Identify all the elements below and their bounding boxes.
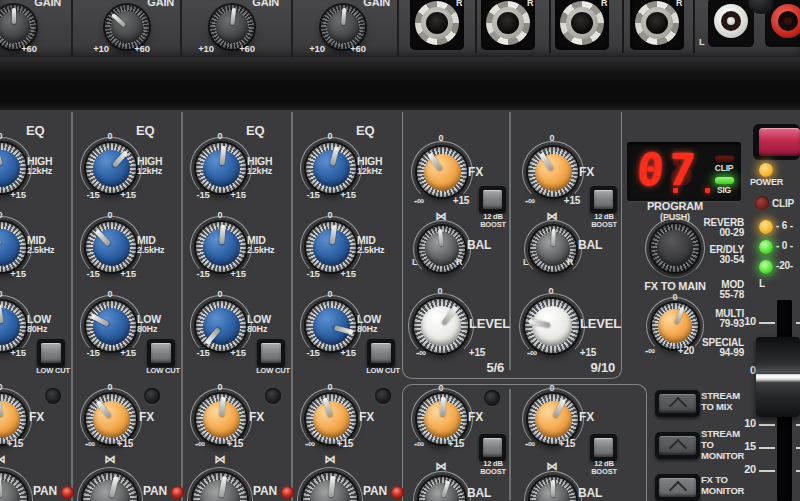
mid-eq-knob[interactable] xyxy=(306,222,356,272)
pan-knob[interactable] xyxy=(0,473,27,501)
screw xyxy=(45,388,61,404)
fx-min: -∞ xyxy=(77,439,103,450)
bowtie-icon: ⋈ xyxy=(212,454,228,466)
jack-hole xyxy=(426,12,448,34)
mid-eq-knob[interactable] xyxy=(0,222,26,272)
panel-gap xyxy=(0,57,800,111)
fader-tick xyxy=(759,470,775,472)
eq-min: -15 xyxy=(301,348,325,358)
eq-max: +15 xyxy=(335,190,361,200)
pan-label: PAN xyxy=(33,485,57,498)
level-knob[interactable] xyxy=(414,299,468,353)
gain-min: +10 xyxy=(0,44,1,54)
eq-min: -15 xyxy=(191,269,215,279)
power-label: POWER xyxy=(744,178,789,187)
pan-knob[interactable] xyxy=(83,473,137,501)
panel-separator xyxy=(693,0,695,53)
fx-min: -∞ xyxy=(187,439,213,450)
gain-min: +10 xyxy=(304,44,330,54)
bal-knob[interactable] xyxy=(419,477,465,501)
fader-scale-mark: 10 xyxy=(738,418,756,430)
high-eq-knob[interactable] xyxy=(86,143,136,193)
band-freq: 80Hz xyxy=(247,325,267,334)
eq-min: -15 xyxy=(81,269,105,279)
fx-max: +15 xyxy=(2,439,28,450)
jack-hole xyxy=(497,12,519,34)
fx-to-monitor-button[interactable] xyxy=(655,474,700,501)
panel-separator xyxy=(71,0,73,57)
fx-send-knob[interactable] xyxy=(417,147,467,197)
level-knob[interactable] xyxy=(525,299,579,353)
mid-eq-knob[interactable] xyxy=(196,222,246,272)
gain-max: +60 xyxy=(234,44,260,54)
stream-to-mix-button[interactable] xyxy=(655,390,700,417)
channel-number: 5/6 xyxy=(426,361,504,375)
eq-header: EQ xyxy=(26,124,44,138)
low-eq-knob[interactable] xyxy=(0,301,26,351)
eq-max: +15 xyxy=(225,190,251,200)
fx-send-knob[interactable] xyxy=(0,394,26,444)
fx-label: FX xyxy=(579,411,594,424)
gain-min: +10 xyxy=(193,44,219,54)
low-eq-knob[interactable] xyxy=(196,301,246,351)
fx-max: +15 xyxy=(332,439,358,450)
fx-send-knob[interactable] xyxy=(196,394,246,444)
boost-button[interactable] xyxy=(590,186,617,213)
fx-max: +15 xyxy=(448,196,474,207)
fx-send-knob[interactable] xyxy=(528,147,578,197)
eq-max: +15 xyxy=(225,269,251,279)
fx-label: FX xyxy=(359,411,374,424)
band-freq: 80Hz xyxy=(137,325,157,334)
meter-led-minus6 xyxy=(759,220,773,234)
band-freq: 12kHz xyxy=(357,167,382,176)
eq-min: -15 xyxy=(81,348,105,358)
fader-scale-mark: 20 xyxy=(738,464,756,476)
panel-separator xyxy=(549,0,551,53)
jack-hole xyxy=(646,12,668,34)
stream-to-monitor-button[interactable] xyxy=(655,432,700,459)
boost-label: BOOST xyxy=(583,468,625,476)
level-max: +15 xyxy=(575,348,601,359)
band-freq: 2.5kHz xyxy=(137,246,164,255)
rca-jack-left xyxy=(708,0,754,47)
high-eq-knob[interactable] xyxy=(306,143,356,193)
bowtie-icon: ⋈ xyxy=(102,454,118,466)
jack-nut xyxy=(635,1,679,45)
fx-label: FX xyxy=(468,411,483,424)
high-eq-knob[interactable] xyxy=(196,143,246,193)
fx-min: -∞ xyxy=(297,439,323,450)
pan-knob[interactable] xyxy=(193,473,247,501)
clip-label: CLIP xyxy=(709,164,739,173)
band-freq: 2.5kHz xyxy=(27,246,54,255)
clip-led xyxy=(755,196,769,210)
low-eq-knob[interactable] xyxy=(306,301,356,351)
routing-label: TO MIX xyxy=(701,402,732,412)
channel-number: 9/10 xyxy=(537,361,615,375)
fx-send-knob[interactable] xyxy=(306,394,356,444)
fx-send-knob[interactable] xyxy=(86,394,136,444)
screw xyxy=(265,388,281,404)
high-eq-knob[interactable] xyxy=(0,143,26,193)
low-eq-knob[interactable] xyxy=(86,301,136,351)
fx-send-knob[interactable] xyxy=(528,394,578,444)
red-power-switch[interactable] xyxy=(753,124,800,160)
mid-eq-knob[interactable] xyxy=(86,222,136,272)
main-fader[interactable] xyxy=(756,337,800,417)
pan-knob[interactable] xyxy=(303,473,357,501)
band-freq: 2.5kHz xyxy=(247,246,274,255)
boost-button[interactable] xyxy=(590,434,617,461)
bal-l: L xyxy=(523,258,528,267)
eq-header: EQ xyxy=(136,124,154,138)
fx-send-knob[interactable] xyxy=(417,394,467,444)
eq-header: EQ xyxy=(356,124,374,138)
bowtie-icon: ⋈ xyxy=(322,454,338,466)
fx-max: +15 xyxy=(559,196,585,207)
band-freq: 80Hz xyxy=(357,325,377,334)
pan-label: PAN xyxy=(143,485,167,498)
seven-segment-display: 88 07 CLIP SIG xyxy=(627,142,741,201)
stereo-channel-5-6: 0 FX -∞ +15 12 dB BOOST ⋈ BAL L R 0 LEVE… xyxy=(386,110,496,501)
fx-to-main-min: -∞ xyxy=(638,346,662,357)
bal-knob[interactable] xyxy=(530,477,576,501)
fx-to-main-knob[interactable] xyxy=(652,303,698,349)
program-range: 30-54 xyxy=(654,255,744,266)
